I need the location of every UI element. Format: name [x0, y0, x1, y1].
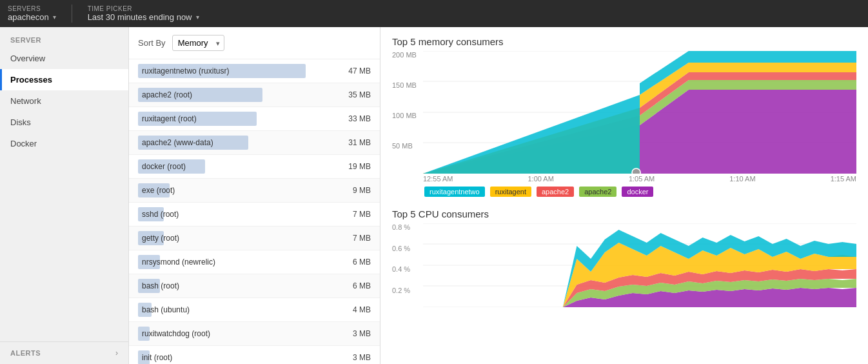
- process-name: sshd (root): [138, 210, 182, 219]
- process-name: getty (root): [138, 234, 183, 243]
- process-bar-container: getty (root): [138, 231, 335, 245]
- memory-x-label-0: 12:55 AM: [423, 175, 453, 183]
- process-value: 4 MB: [342, 305, 371, 314]
- memory-x-label-3: 1:10 AM: [729, 175, 755, 183]
- memory-y-label-0: 200 MB: [392, 51, 423, 59]
- process-name: nrsysmond (newrelic): [138, 258, 219, 267]
- process-bar-container: ruxitwatchdog (root): [138, 327, 335, 341]
- top-bar-divider: [72, 5, 72, 23]
- legend-ruxitagent: ruxitagent: [490, 187, 531, 197]
- alerts-label: ALERTS: [10, 349, 41, 357]
- process-row[interactable]: apache2 (root) 35 MB: [129, 83, 380, 107]
- process-row[interactable]: nrsysmond (newrelic) 6 MB: [129, 250, 380, 274]
- process-panel: Sort By Memory CPU Name ruxitagentnetwo …: [129, 27, 380, 364]
- process-list: ruxitagentnetwo (ruxitusr) 47 MB apache2…: [129, 59, 380, 364]
- process-bar-container: sshd (root): [138, 207, 335, 221]
- sidebar-item-docker[interactable]: Docker: [0, 133, 128, 154]
- memory-chart-container: Top 5 memory consumers 200 MB 150 MB 100…: [392, 36, 856, 197]
- process-name: ruxitwatchdog (root): [138, 329, 214, 338]
- servers-label: SERVERS: [8, 5, 56, 12]
- process-value: 7 MB: [342, 210, 371, 219]
- sidebar-item-disks[interactable]: Disks: [0, 112, 128, 133]
- process-row[interactable]: init (root) 3 MB: [129, 346, 380, 364]
- cpu-y-label-2: 0.4 %: [392, 265, 423, 273]
- process-value: 6 MB: [342, 258, 371, 267]
- cpu-chart-svg: [423, 223, 856, 307]
- server-section-label: SERVER: [0, 27, 128, 48]
- process-value: 9 MB: [342, 186, 371, 195]
- legend-ruxitagentnetwo: ruxitagentnetwo: [424, 187, 485, 197]
- process-row[interactable]: sshd (root) 7 MB: [129, 203, 380, 227]
- process-name: ruxitagentnetwo (ruxitusr): [138, 66, 233, 76]
- sidebar: SERVER Overview Processes Network Disks …: [0, 27, 129, 364]
- process-value: 31 MB: [342, 138, 371, 147]
- process-bar-container: bash (root): [138, 279, 335, 293]
- servers-chevron-icon: ▾: [53, 14, 56, 21]
- sidebar-item-network[interactable]: Network: [0, 90, 128, 112]
- memory-chart-title: Top 5 memory consumers: [392, 36, 856, 47]
- main-layout: SERVER Overview Processes Network Disks …: [0, 27, 868, 364]
- top-bar: SERVERS apachecon ▾ TIME PICKER Last 30 …: [0, 0, 868, 27]
- cpu-chart-title: Top 5 CPU consumers: [392, 208, 856, 219]
- sort-bar: Sort By Memory CPU Name: [129, 27, 380, 59]
- process-bar-container: exe (root): [138, 183, 335, 197]
- timepicker-selector[interactable]: TIME PICKER Last 30 minutes ending now ▾: [88, 5, 199, 22]
- memory-x-label-1: 1:00 AM: [528, 175, 554, 183]
- sidebar-item-overview[interactable]: Overview: [0, 48, 128, 69]
- timepicker-value: Last 30 minutes ending now ▾: [88, 12, 199, 22]
- process-row[interactable]: getty (root) 7 MB: [129, 227, 380, 250]
- process-row[interactable]: docker (root) 19 MB: [129, 155, 380, 179]
- process-bar-container: apache2 (root): [138, 88, 335, 102]
- sidebar-item-processes[interactable]: Processes: [0, 69, 128, 90]
- memory-chart-svg: [423, 51, 856, 174]
- servers-selector[interactable]: SERVERS apachecon ▾: [8, 5, 56, 22]
- charts-panel: Top 5 memory consumers 200 MB 150 MB 100…: [380, 27, 868, 364]
- alerts-section[interactable]: ALERTS ›: [0, 341, 128, 364]
- process-bar-container: ruxitagentnetwo (ruxitusr): [138, 64, 335, 78]
- process-bar-container: nrsysmond (newrelic): [138, 255, 335, 269]
- process-value: 3 MB: [342, 329, 371, 338]
- process-row[interactable]: ruxitagentnetwo (ruxitusr) 47 MB: [129, 59, 380, 83]
- memory-x-label-4: 1:15 AM: [831, 175, 856, 183]
- process-row[interactable]: exe (root) 9 MB: [129, 179, 380, 203]
- memory-y-label-2: 100 MB: [392, 112, 423, 119]
- process-row[interactable]: apache2 (www-data) 31 MB: [129, 131, 380, 155]
- content-area: Sort By Memory CPU Name ruxitagentnetwo …: [129, 27, 868, 364]
- process-value: 33 MB: [342, 114, 371, 123]
- process-row[interactable]: bash (root) 6 MB: [129, 274, 380, 298]
- process-value: 7 MB: [342, 234, 371, 243]
- memory-y-label-1: 150 MB: [392, 81, 423, 89]
- process-value: 19 MB: [342, 162, 371, 171]
- process-name: bash (root): [138, 281, 183, 290]
- cpu-chart-container: Top 5 CPU consumers 0.8 % 0.6 % 0.4 % 0.…: [392, 208, 856, 307]
- process-value: 47 MB: [342, 66, 371, 76]
- timepicker-label: TIME PICKER: [88, 5, 199, 12]
- servers-value: apachecon ▾: [8, 12, 56, 22]
- sort-select[interactable]: Memory CPU Name: [172, 35, 224, 51]
- cpu-y-label-0: 0.8 %: [392, 223, 423, 231]
- memory-y-label-3: 50 MB: [392, 142, 423, 150]
- svg-point-10: [632, 168, 640, 174]
- cpu-y-label-3: 0.2 %: [392, 287, 423, 294]
- process-name: init (root): [138, 353, 176, 362]
- process-row[interactable]: bash (ubuntu) 4 MB: [129, 298, 380, 322]
- process-name: exe (root): [138, 186, 179, 195]
- process-row[interactable]: ruxitagent (root) 33 MB: [129, 107, 380, 131]
- process-name: apache2 (root): [138, 90, 196, 99]
- process-bar-container: init (root): [138, 350, 335, 364]
- process-value: 6 MB: [342, 281, 371, 290]
- sort-select-wrapper[interactable]: Memory CPU Name: [172, 35, 224, 51]
- process-name: ruxitagent (root): [138, 114, 201, 123]
- process-bar-container: docker (root): [138, 159, 335, 174]
- process-name: docker (root): [138, 162, 190, 171]
- sort-by-label: Sort By: [138, 38, 166, 48]
- process-row[interactable]: ruxitwatchdog (root) 3 MB: [129, 322, 380, 346]
- alerts-chevron-icon: ›: [115, 349, 118, 358]
- memory-chart-legend: ruxitagentnetwo ruxitagent apache2 apach…: [424, 187, 856, 197]
- process-bar-container: ruxitagent (root): [138, 112, 335, 126]
- process-value: 35 MB: [342, 90, 371, 99]
- memory-x-label-2: 1:05 AM: [629, 175, 655, 183]
- legend-docker: docker: [622, 187, 653, 197]
- timepicker-chevron-icon: ▾: [196, 14, 199, 21]
- process-name: apache2 (www-data): [138, 138, 217, 147]
